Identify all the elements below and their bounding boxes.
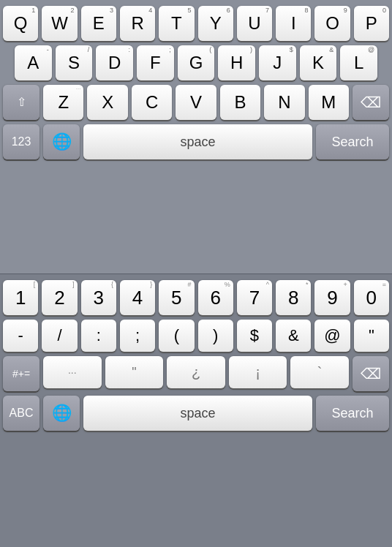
- globe-button[interactable]: 🌐: [43, 124, 80, 159]
- space-button[interactable]: space: [83, 124, 312, 159]
- key-z[interactable]: ··· Z: [43, 85, 83, 120]
- key-i[interactable]: 8 I: [276, 6, 311, 41]
- bottom-row: 123 🌐 space Search: [3, 124, 389, 159]
- num-key-row-1: [ 1 ] 2 { 3 } 4 # 5 % 6 ^ 7 * 8: [3, 280, 389, 315]
- key-v[interactable]: V: [176, 85, 216, 120]
- key-w[interactable]: 2 W: [42, 6, 77, 41]
- shift-button[interactable]: ⇧: [3, 85, 39, 120]
- key-u[interactable]: 7 U: [237, 6, 272, 41]
- sym-dash[interactable]: -: [3, 320, 38, 352]
- key-h[interactable]: ) H: [218, 45, 255, 80]
- num-search-button[interactable]: Search: [316, 396, 389, 431]
- abc-button[interactable]: ABC: [3, 396, 39, 431]
- key-f[interactable]: ; F: [137, 45, 174, 80]
- hashplus-button[interactable]: #+=: [3, 356, 39, 391]
- num-key-row-2: - / : ; ( ) $ & @ ": [3, 320, 389, 352]
- key-k[interactable]: & K: [300, 45, 337, 80]
- key-row-3: ⇧ ··· Z X C V B N M ⌫: [3, 85, 389, 120]
- num123-button[interactable]: 123: [3, 124, 39, 159]
- sym-semicolon[interactable]: ;: [120, 320, 155, 352]
- key-d[interactable]: : D: [96, 45, 133, 80]
- key-m[interactable]: M: [309, 85, 349, 120]
- key-y[interactable]: 6 Y: [198, 6, 233, 41]
- sym-at[interactable]: @: [314, 320, 350, 352]
- key-p[interactable]: 0 P: [354, 6, 389, 41]
- key-r[interactable]: 4 R: [120, 6, 155, 41]
- sym-quote[interactable]: ": [354, 320, 389, 352]
- key-n[interactable]: N: [264, 85, 304, 120]
- delete-button[interactable]: ⌫: [353, 85, 389, 120]
- key-e[interactable]: 3 E: [81, 6, 116, 41]
- num-key-2[interactable]: ] 2: [42, 280, 77, 315]
- sym-colon[interactable]: :: [81, 320, 116, 352]
- sym-rparen[interactable]: ): [198, 320, 233, 352]
- num-key-1[interactable]: [ 1: [3, 280, 38, 315]
- key-x[interactable]: X: [87, 85, 127, 120]
- sym-backtick[interactable]: `: [290, 356, 349, 388]
- sym-dollar[interactable]: $: [237, 320, 272, 352]
- key-o[interactable]: 9 O: [314, 6, 350, 41]
- key-row-2: - A / S : D ; F ( G ) H $ J & K: [3, 45, 389, 80]
- num-key-8[interactable]: * 8: [276, 280, 311, 315]
- qwerty-keyboard: 1 Q 2 W 3 E 4 R 5 T 6 Y 7 U 8 I: [0, 0, 392, 274]
- key-g[interactable]: ( G: [178, 45, 215, 80]
- num-key-7[interactable]: ^ 7: [237, 280, 272, 315]
- key-a[interactable]: - A: [15, 45, 52, 80]
- key-s[interactable]: / S: [56, 45, 93, 80]
- key-l[interactable]: @ L: [340, 45, 377, 80]
- num-key-9[interactable]: + 9: [314, 280, 350, 315]
- sym-smartquote[interactable]: ": [105, 356, 164, 388]
- sym-ellipsis[interactable]: ···: [43, 356, 102, 388]
- key-c[interactable]: C: [132, 85, 172, 120]
- key-j[interactable]: $ J: [259, 45, 296, 80]
- num-space-button[interactable]: space: [83, 396, 312, 431]
- sym-invquestion[interactable]: ¿: [167, 356, 225, 388]
- num-bottom-row: ABC 🌐 space Search: [3, 396, 389, 431]
- num-globe-button[interactable]: 🌐: [43, 396, 80, 431]
- sym-lparen[interactable]: (: [159, 320, 194, 352]
- numeric-keyboard: [ 1 ] 2 { 3 } 4 # 5 % 6 ^ 7 * 8: [0, 274, 392, 548]
- num-key-0[interactable]: = 0: [354, 280, 389, 315]
- key-q[interactable]: 1 Q: [3, 6, 38, 41]
- num-delete-button[interactable]: ⌫: [353, 356, 389, 391]
- num-key-6[interactable]: % 6: [198, 280, 233, 315]
- num-key-row-3: #+= ··· " ¿ ¡ ` ⌫: [3, 356, 389, 391]
- sym-amp[interactable]: &: [276, 320, 311, 352]
- search-button[interactable]: Search: [316, 124, 389, 159]
- sym-slash[interactable]: /: [42, 320, 77, 352]
- num-key-5[interactable]: # 5: [159, 280, 194, 315]
- key-row-1: 1 Q 2 W 3 E 4 R 5 T 6 Y 7 U 8 I: [3, 6, 389, 41]
- sym-invexclaim[interactable]: ¡: [229, 356, 287, 388]
- num-key-3[interactable]: { 3: [81, 280, 116, 315]
- num-key-4[interactable]: } 4: [120, 280, 155, 315]
- key-t[interactable]: 5 T: [159, 6, 194, 41]
- key-b[interactable]: B: [220, 85, 260, 120]
